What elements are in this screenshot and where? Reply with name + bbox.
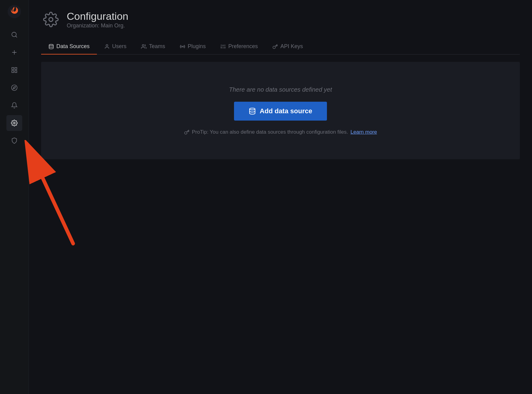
learn-more-link[interactable]: Learn more (350, 129, 377, 135)
configuration-icon (43, 12, 59, 27)
tab-users[interactable]: Users (97, 39, 134, 55)
svg-point-13 (49, 44, 53, 46)
svg-rect-7 (12, 71, 14, 72)
compass-icon (11, 84, 18, 91)
sidebar-item-explore[interactable] (6, 80, 22, 96)
svg-point-11 (13, 122, 15, 124)
page-header: Configuration Organization: Main Org. (41, 10, 520, 29)
grafana-logo[interactable] (6, 4, 22, 19)
svg-marker-10 (13, 86, 16, 89)
plus-icon (11, 49, 18, 56)
main-content: Configuration Organization: Main Org. Da… (29, 0, 532, 394)
protip-message: ProTip: You can also define data sources… (192, 129, 348, 135)
gear-icon (11, 120, 18, 126)
preferences-tab-icon (220, 44, 226, 49)
page-header-icon (41, 10, 61, 29)
svg-line-2 (16, 36, 17, 37)
tab-api-keys-label: API Keys (280, 43, 303, 50)
svg-point-14 (106, 44, 108, 46)
tab-api-keys[interactable]: API Keys (265, 39, 310, 55)
teams-tab-icon (141, 44, 147, 49)
svg-rect-5 (12, 68, 14, 69)
apikeys-tab-icon (272, 44, 278, 49)
svg-point-16 (182, 46, 183, 47)
svg-point-15 (142, 44, 144, 46)
sidebar (0, 0, 29, 394)
protip-text: ProTip: You can also define data sources… (184, 129, 377, 135)
shield-icon (11, 137, 18, 144)
tab-users-label: Users (112, 43, 126, 50)
search-icon (11, 31, 18, 38)
tab-teams[interactable]: Teams (134, 39, 172, 55)
tabs-bar: Data Sources Users Teams Plugins (41, 39, 520, 55)
user-tab-icon (104, 44, 110, 49)
page-header-text: Configuration Organization: Main Org. (67, 10, 128, 29)
sidebar-item-search[interactable] (6, 27, 22, 43)
tab-teams-label: Teams (149, 43, 165, 50)
sidebar-item-configuration[interactable] (6, 115, 22, 131)
tab-plugins[interactable]: Plugins (172, 39, 213, 55)
page-title: Configuration (67, 10, 128, 23)
page-subtitle: Organization: Main Org. (67, 23, 128, 29)
svg-rect-6 (15, 68, 17, 69)
sidebar-item-create[interactable] (6, 44, 22, 60)
svg-point-9 (12, 85, 17, 90)
bell-icon (11, 102, 18, 109)
sidebar-item-alerting[interactable] (6, 97, 22, 113)
add-datasource-button[interactable]: Add data source (234, 102, 327, 121)
svg-rect-8 (15, 71, 17, 72)
tab-preferences[interactable]: Preferences (213, 39, 265, 55)
content-area: There are no data sources defined yet Ad… (41, 62, 520, 159)
svg-point-26 (250, 108, 255, 110)
tab-data-sources[interactable]: Data Sources (41, 39, 97, 55)
database-tab-icon (48, 44, 54, 49)
add-datasource-label: Add data source (260, 107, 312, 115)
protip-icon (184, 129, 190, 135)
svg-point-12 (49, 18, 53, 22)
grid-icon (11, 67, 18, 73)
empty-state-message: There are no data sources defined yet (229, 86, 332, 93)
plugins-tab-icon (180, 44, 185, 49)
tab-data-sources-label: Data Sources (56, 43, 90, 50)
sidebar-item-shield[interactable] (6, 133, 22, 149)
sidebar-item-dashboards[interactable] (6, 62, 22, 78)
tab-preferences-label: Preferences (228, 43, 258, 50)
tab-plugins-label: Plugins (188, 43, 206, 50)
add-datasource-icon (249, 107, 256, 115)
